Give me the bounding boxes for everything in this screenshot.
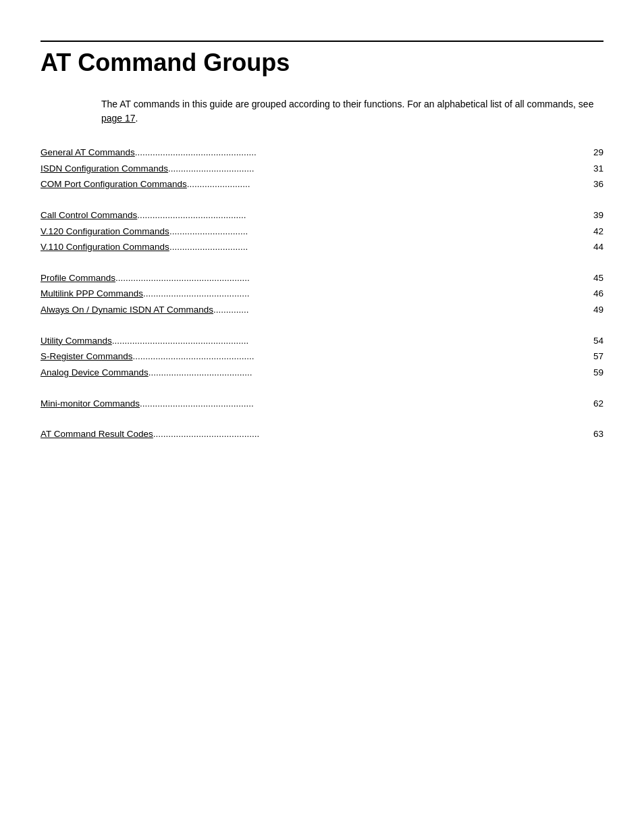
toc-page-number: 45 — [593, 270, 603, 286]
toc-item-label[interactable]: Always On / Dynamic ISDN AT Commands — [41, 302, 213, 318]
toc-page-number: 62 — [593, 396, 603, 412]
toc-item: Analog Device Commands .................… — [41, 365, 603, 381]
toc-dots: .................................. — [168, 161, 591, 177]
toc-item: Call Control Commands ..................… — [41, 207, 603, 224]
toc-page-number: 42 — [593, 224, 603, 240]
toc-item: Always On / Dynamic ISDN AT Commands ...… — [41, 302, 603, 318]
toc-item-label[interactable]: V.120 Configuration Commands — [41, 224, 169, 240]
toc-item: Multilink PPP Commands .................… — [41, 286, 603, 302]
toc-page-number: 31 — [593, 161, 603, 177]
toc-dots: ........................................… — [135, 145, 591, 161]
toc-item-label[interactable]: Call Control Commands — [41, 207, 137, 224]
toc-group-group3: Profile Commands .......................… — [41, 270, 603, 318]
top-rule — [41, 41, 603, 42]
toc-item: V.110 Configuration Commands ...........… — [41, 239, 603, 255]
toc-page-number: 57 — [593, 348, 603, 365]
toc-page-number: 29 — [593, 145, 603, 161]
toc-dots: ........................................… — [153, 426, 591, 442]
content-area: The AT commands in this guide are groupe… — [41, 97, 603, 442]
toc-item-label[interactable]: ISDN Configuration Commands — [41, 161, 168, 177]
toc-item: Mini-monitor Commands ..................… — [41, 396, 603, 412]
toc-dots: ........................................… — [112, 333, 591, 349]
page-title: AT Command Groups — [41, 49, 603, 77]
toc-page-number: 63 — [593, 426, 603, 442]
toc-item-label[interactable]: General AT Commands — [41, 145, 135, 161]
toc-dots: ........................................… — [149, 365, 591, 381]
toc-item: General AT Commands ....................… — [41, 145, 603, 161]
page: AT Command Groups The AT commands in thi… — [0, 41, 644, 834]
toc-page-number: 44 — [593, 239, 603, 255]
page-17-link[interactable]: page 17 — [101, 113, 136, 124]
intro-text: The AT commands in this guide are groupe… — [101, 99, 593, 109]
toc-dots: ........................................… — [133, 348, 591, 365]
toc-item: V.120 Configuration Commands ...........… — [41, 224, 603, 240]
toc-page-number: 39 — [593, 207, 603, 224]
toc-item-label[interactable]: Utility Commands — [41, 333, 112, 349]
toc-item: ISDN Configuration Commands ............… — [41, 161, 603, 177]
toc-item: Utility Commands .......................… — [41, 333, 603, 349]
toc-item-label[interactable]: Profile Commands — [41, 270, 115, 286]
toc-item-label[interactable]: S-Register Commands — [41, 348, 133, 365]
toc-item-label[interactable]: COM Port Configuration Commands — [41, 176, 187, 192]
toc-item-label[interactable]: AT Command Result Codes — [41, 426, 153, 442]
toc-item-label[interactable]: Multilink PPP Commands — [41, 286, 143, 302]
toc-item-label[interactable]: V.110 Configuration Commands — [41, 239, 169, 255]
toc-page-number: 46 — [593, 286, 603, 302]
toc-item: AT Command Result Codes ................… — [41, 426, 603, 442]
toc-dots: ........................................… — [115, 270, 591, 286]
toc-dots: ......................... — [187, 176, 591, 192]
toc-item-label[interactable]: Mini-monitor Commands — [41, 396, 140, 412]
toc-page-number: 54 — [593, 333, 603, 349]
toc-item: S-Register Commands ....................… — [41, 348, 603, 365]
intro-period: . — [136, 113, 138, 124]
toc-page-number: 49 — [593, 302, 603, 318]
toc-dots: ........................................… — [143, 286, 591, 302]
toc-item-label[interactable]: Analog Device Commands — [41, 365, 149, 381]
toc-dots: ........................................… — [137, 207, 591, 224]
toc-page-number: 59 — [593, 365, 603, 381]
toc-dots: .............. — [213, 302, 591, 318]
toc-group-group5: Mini-monitor Commands ..................… — [41, 396, 603, 412]
toc-dots: ............................... — [169, 224, 591, 240]
toc-item: COM Port Configuration Commands ........… — [41, 176, 603, 192]
toc-dots: ........................................… — [140, 396, 591, 412]
toc-group-group1: General AT Commands ....................… — [41, 145, 603, 192]
toc-dots: ............................... — [169, 239, 591, 255]
toc-group-group2: Call Control Commands ..................… — [41, 207, 603, 255]
toc-container: General AT Commands ....................… — [41, 145, 603, 442]
toc-group-group6: AT Command Result Codes ................… — [41, 426, 603, 442]
toc-page-number: 36 — [593, 176, 603, 192]
toc-group-group4: Utility Commands .......................… — [41, 333, 603, 381]
toc-item: Profile Commands .......................… — [41, 270, 603, 286]
intro-paragraph: The AT commands in this guide are groupe… — [101, 97, 603, 126]
